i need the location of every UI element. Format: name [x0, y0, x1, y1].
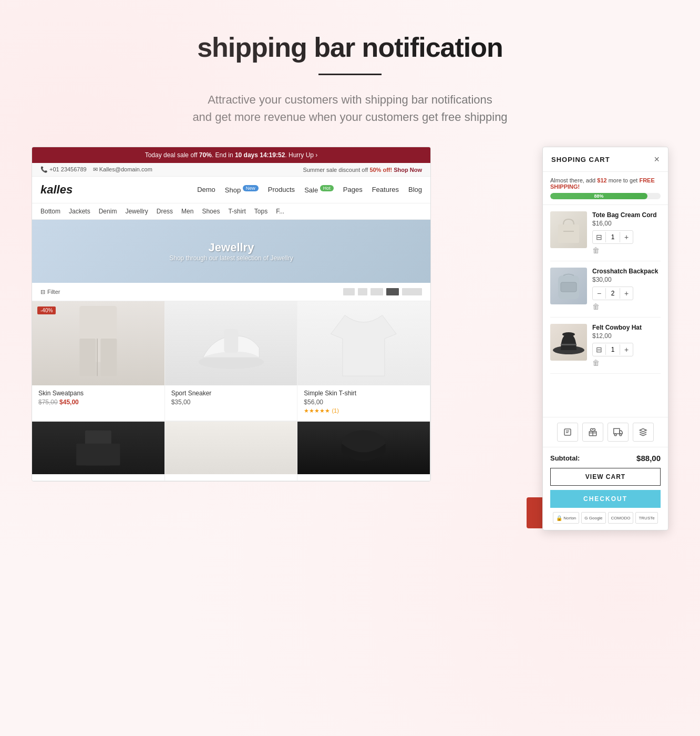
- svg-rect-1: [79, 339, 96, 376]
- cat-denim[interactable]: Denim: [99, 208, 117, 215]
- grid-options: [343, 288, 422, 295]
- note-action-icon[interactable]: [557, 423, 578, 442]
- nav-features[interactable]: Features: [372, 186, 399, 194]
- subtotal-amount: $88,00: [636, 454, 661, 463]
- collection-subtitle: Shop through our latest selection of Jew…: [169, 254, 293, 262]
- hero-section: shipping bar notification Attractive you…: [0, 0, 700, 147]
- page-title: shipping bar notification: [11, 32, 689, 63]
- store-hero: Jewellry Shop through our latest selecti…: [32, 220, 430, 283]
- product-name-1: Skin Sweatpans: [38, 390, 158, 397]
- product-info-3: Simple Skin T-shirt $56,00 ★★★★★ (1): [297, 385, 430, 414]
- cart-item-details-3: Felt Cowboy Hat $12,00 ⊟ 1 + 🗑: [592, 324, 661, 367]
- qty-increase-3[interactable]: +: [620, 343, 633, 356]
- shipping-amount: $12: [597, 177, 606, 183]
- nav-sale[interactable]: Sale Hot: [304, 186, 334, 194]
- subtotal-row: Subtotal: $88,00: [550, 454, 661, 463]
- product-image-3[interactable]: [297, 301, 430, 385]
- cart-title: SHOPING CART: [551, 156, 610, 163]
- grid-5col-view[interactable]: [402, 288, 422, 295]
- cart-item-1: Tote Bag Cream Cord $16,00 ⊟ 1 + 🗑: [550, 205, 661, 261]
- product-price-3: $56,00: [304, 398, 424, 406]
- qty-control-1: ⊟ 1 +: [592, 230, 633, 244]
- phone-info: 📞 +01 23456789: [40, 166, 87, 173]
- hero-subtitle: Attractive your customers with shipping …: [166, 91, 534, 126]
- nav-products[interactable]: Products: [268, 186, 295, 194]
- shopping-cart-panel: SHOPING CART × Almost there, add $12 mor…: [542, 147, 668, 530]
- store-mockup: Today deal sale off 70%. End in 10 days …: [32, 147, 431, 482]
- product-image-5[interactable]: [165, 422, 297, 474]
- email-info: ✉ Kalles@domain.com: [93, 166, 152, 173]
- cart-footer: Subtotal: $88,00 VIEW CART CHECKOUT 🔒 No…: [543, 447, 668, 530]
- cat-dress[interactable]: Dress: [157, 208, 173, 215]
- product-card-1: -40% Skin Sweatpans $75,00 $45,00: [32, 301, 165, 421]
- cat-shoes[interactable]: Shoes: [202, 208, 220, 215]
- cart-item-3: Felt Cowboy Hat $12,00 ⊟ 1 + 🗑: [550, 318, 661, 374]
- nav-demo[interactable]: Demo: [197, 186, 215, 194]
- delete-item-3[interactable]: 🗑: [592, 359, 661, 367]
- secondary-bar-left: 📞 +01 23456789 ✉ Kalles@domain.com: [40, 166, 152, 173]
- nav-pages[interactable]: Pages: [343, 186, 363, 194]
- cart-actions: [543, 417, 668, 447]
- filter-button[interactable]: ⊟ Filter: [40, 289, 60, 295]
- cart-item-image-3: [550, 324, 587, 361]
- product-image-1[interactable]: -40%: [32, 301, 164, 385]
- nav-shop[interactable]: Shop New: [225, 186, 259, 194]
- collection-title: Jewellry: [209, 241, 254, 254]
- product-image-4[interactable]: [32, 422, 164, 474]
- filter-icon: ⊟: [40, 289, 45, 295]
- grid-3col-view[interactable]: [370, 288, 383, 295]
- view-cart-button[interactable]: VIEW CART: [550, 468, 661, 486]
- cat-tshirt[interactable]: T-shirt: [228, 208, 245, 215]
- svg-rect-12: [561, 282, 577, 292]
- screenshot-and-cart: Today deal sale off 70%. End in 10 days …: [32, 147, 668, 482]
- google-badge: G Google: [581, 512, 605, 524]
- svg-point-14: [562, 332, 575, 336]
- secondary-bar-right: Summer sale discount off 50% off! Shop N…: [303, 167, 422, 173]
- product-card-5: [165, 422, 298, 481]
- gift-action-icon[interactable]: [582, 423, 603, 442]
- cart-item-price-3: $12,00: [592, 332, 661, 340]
- cat-tops[interactable]: Tops: [254, 208, 267, 215]
- svg-point-20: [614, 434, 616, 436]
- qty-increase-1[interactable]: +: [620, 231, 633, 243]
- tag-action-icon[interactable]: [633, 423, 654, 442]
- subtotal-label: Subtotal:: [550, 454, 580, 462]
- cat-jewellry[interactable]: Jewellry: [125, 208, 148, 215]
- qty-increase-2[interactable]: +: [620, 287, 633, 300]
- delete-item-2[interactable]: 🗑: [592, 302, 661, 311]
- delete-item-1[interactable]: 🗑: [592, 246, 661, 254]
- cat-more[interactable]: F...: [276, 208, 284, 215]
- product-price-2: $35,00: [171, 398, 291, 406]
- product-image-2[interactable]: [165, 301, 297, 385]
- deal-text: Today deal sale off 70%. End in 10 days …: [145, 151, 318, 159]
- qty-decrease-1[interactable]: ⊟: [593, 231, 605, 243]
- grid-2col-view[interactable]: [358, 288, 367, 295]
- product-name-3: Simple Skin T-shirt: [304, 390, 424, 397]
- cart-item-name-1: Tote Bag Cream Cord: [592, 211, 661, 219]
- cart-item-2: Crosshatch Backpack $30,00 − 2 + 🗑: [550, 261, 661, 318]
- cat-bottom[interactable]: Bottom: [40, 208, 60, 215]
- title-divider: [318, 74, 382, 75]
- cart-item-image-2: [550, 268, 587, 304]
- products-grid-2: [32, 421, 430, 481]
- nav-blog[interactable]: Blog: [408, 186, 422, 194]
- grid-4col-view[interactable]: [386, 288, 399, 295]
- sale-badge-1: -40%: [37, 306, 56, 314]
- qty-decrease-2[interactable]: −: [593, 287, 605, 300]
- cat-jackets[interactable]: Jackets: [69, 208, 90, 215]
- svg-rect-5: [224, 329, 238, 352]
- shipping-action-icon[interactable]: [608, 423, 629, 442]
- cart-close-button[interactable]: ×: [654, 155, 660, 164]
- shop-now-link[interactable]: Shop Now: [394, 167, 422, 173]
- product-image-6[interactable]: [297, 422, 430, 474]
- grid-list-view[interactable]: [343, 288, 355, 295]
- qty-control-2: − 2 +: [592, 287, 633, 300]
- checkout-button[interactable]: CHECKOUT: [550, 490, 661, 508]
- qty-decrease-3[interactable]: ⊟: [593, 343, 605, 356]
- cat-men[interactable]: Men: [181, 208, 193, 215]
- nav-bar: kalles Demo Shop New Products Sale Hot P…: [32, 177, 430, 203]
- store-logo[interactable]: kalles: [40, 183, 73, 197]
- svg-rect-9: [558, 224, 579, 243]
- shipping-text: Almost there, add $12 more to get FREE S…: [550, 177, 661, 190]
- product-price-1: $75,00 $45,00: [38, 398, 158, 406]
